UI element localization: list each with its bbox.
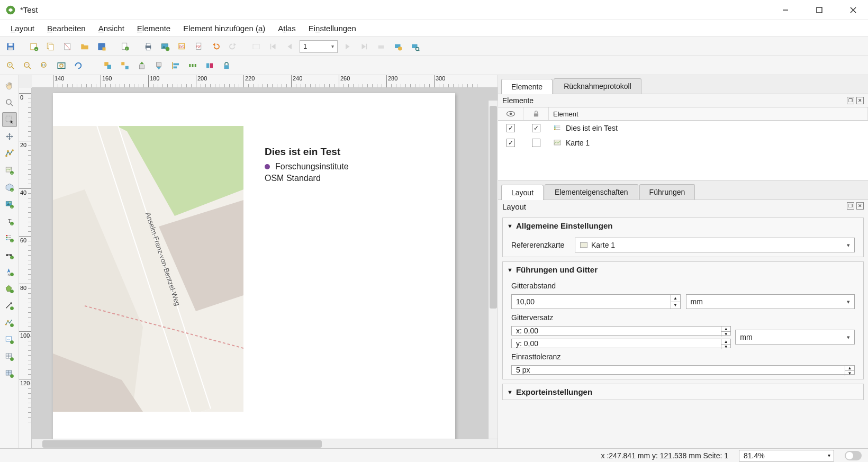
new-layout-icon[interactable]: + [26, 39, 41, 54]
layout-page[interactable]: Anselm-Franz-von-Bentzel-Weg Dies ist ei… [53, 93, 455, 448]
group-icon[interactable] [101, 58, 115, 73]
spin-up-icon[interactable]: ▲ [671, 295, 680, 302]
add-node-item-tool-icon[interactable] [2, 315, 17, 330]
canvas-viewport[interactable]: Anselm-Franz-von-Bentzel-Weg Dies ist ei… [32, 88, 498, 448]
grid-offset-x-input[interactable]: x: 0,00▲▼ [511, 326, 731, 336]
minimize-button[interactable] [776, 3, 795, 17]
zoom-100-icon[interactable]: 1:1 [37, 58, 52, 73]
menu-bearbeiten[interactable]: Bearbeiten [41, 22, 92, 35]
pan-tool-icon[interactable] [2, 78, 17, 93]
zoom-full-icon[interactable] [54, 58, 69, 73]
scrollbar-horizontal[interactable] [32, 439, 498, 448]
refresh-icon[interactable] [71, 58, 86, 73]
spin-up-icon[interactable]: ▲ [845, 366, 854, 371]
menu-add-element[interactable]: Element hinzufügen (a) [177, 22, 272, 35]
menu-layout[interactable]: Layout [4, 22, 41, 35]
item-visible-checkbox[interactable]: ✓ [507, 124, 515, 132]
maximize-button[interactable] [810, 3, 829, 17]
spin-up-icon[interactable]: ▲ [721, 327, 730, 332]
ref-map-combo[interactable]: Karte 1 [575, 238, 855, 252]
zoom-tool-icon[interactable] [2, 95, 17, 110]
ungroup-icon[interactable] [117, 58, 132, 73]
map-item[interactable]: Anselm-Franz-von-Bentzel-Weg [53, 126, 243, 412]
grid-offset-unit-combo[interactable]: mm [735, 330, 855, 345]
tab-ruecknahmeprotokoll[interactable]: Rücknahmeprotokoll [554, 78, 641, 94]
add-map-tool-icon[interactable]: + [2, 163, 17, 178]
resize-icon[interactable] [202, 58, 217, 73]
toolbar-2: + − 1:1 [0, 56, 868, 75]
duplicate-layout-icon[interactable] [43, 39, 58, 54]
tab-layout-props[interactable]: Layout [501, 185, 544, 200]
add-fixed-table-tool-icon[interactable] [2, 366, 17, 381]
menu-elemente[interactable]: Elemente [131, 22, 177, 35]
export-image-icon[interactable] [158, 39, 173, 54]
add-picture-tool-icon[interactable]: + [2, 197, 17, 212]
menu-atlas[interactable]: Atlas [272, 22, 302, 35]
lower-icon[interactable] [151, 58, 166, 73]
panel-float-icon[interactable]: ❐ [847, 97, 854, 104]
distribute-icon[interactable] [185, 58, 200, 73]
add-page-icon[interactable]: + [117, 39, 132, 54]
spin-down-icon[interactable]: ▼ [671, 302, 680, 309]
item-locked-checkbox[interactable]: ✓ [532, 124, 540, 132]
grid-spacing-unit-combo[interactable]: mm [686, 294, 855, 309]
panel-float-icon[interactable]: ❐ [847, 202, 854, 210]
panel-close-icon[interactable]: ✕ [856, 202, 864, 210]
item-locked-checkbox[interactable] [532, 139, 540, 147]
save-template-icon[interactable] [94, 39, 109, 54]
status-toggle[interactable] [845, 451, 862, 460]
svg-marker-31 [234, 43, 237, 46]
atlas-page-combo[interactable]: 1 [300, 40, 338, 53]
tab-item-props[interactable]: Elementeigenschaften [545, 184, 638, 200]
add-legend-tool-icon[interactable]: + [2, 231, 17, 246]
open-folder-icon[interactable] [77, 39, 92, 54]
svg-rect-69 [195, 64, 196, 67]
zoom-combo[interactable]: 81.4% [739, 450, 834, 461]
zoom-in-icon[interactable]: + [3, 58, 18, 73]
item-row[interactable]: ✓ Karte 1 [498, 135, 868, 150]
close-button[interactable] [844, 3, 863, 17]
delete-layout-icon[interactable] [60, 39, 75, 54]
move-content-tool-icon[interactable] [2, 129, 17, 144]
section-header-general[interactable]: Allgemeine Einstellungen [503, 218, 863, 233]
section-header-guides[interactable]: Führungen und Gitter [503, 262, 863, 277]
add-scalebar-tool-icon[interactable]: + [2, 248, 17, 262]
panel-close-icon[interactable]: ✕ [856, 97, 864, 104]
snap-tolerance-input[interactable]: 5 px▲▼ [511, 365, 855, 375]
scrollbar-vertical[interactable] [488, 101, 498, 439]
tab-guides[interactable]: Führungen [639, 184, 695, 200]
add-shape-tool-icon[interactable] [2, 282, 17, 296]
lock-icon[interactable] [219, 58, 234, 73]
grid-spacing-input[interactable]: 10,00▲▼ [511, 294, 681, 309]
raise-icon[interactable] [134, 58, 149, 73]
tab-elemente[interactable]: Elemente [501, 79, 553, 94]
zoom-out-icon[interactable]: − [20, 58, 35, 73]
section-header-export[interactable]: Exporteinstellungen [503, 384, 863, 400]
menu-ansicht[interactable]: Ansicht [92, 22, 131, 35]
spin-down-icon[interactable]: ▼ [721, 332, 730, 337]
add-north-arrow-tool-icon[interactable]: N [2, 265, 17, 279]
atlas-settings-icon[interactable] [408, 39, 422, 54]
spin-up-icon[interactable]: ▲ [721, 339, 730, 345]
export-pdf-icon[interactable]: PDF [192, 39, 206, 54]
menu-settings[interactable]: Einstellungen [302, 22, 363, 35]
edit-nodes-tool-icon[interactable] [2, 146, 17, 161]
add-table-tool-icon[interactable] [2, 349, 17, 364]
add-3d-map-tool-icon[interactable]: + [2, 180, 17, 195]
legend-item[interactable]: Dies ist ein Test Forschungsinstitute OS… [265, 146, 349, 185]
add-html-tool-icon[interactable]: </> [2, 332, 17, 347]
add-arrow-tool-icon[interactable] [2, 298, 17, 313]
spin-down-icon[interactable]: ▼ [721, 345, 730, 349]
export-svg-icon[interactable]: SVG [175, 39, 189, 54]
item-row[interactable]: ✓ ✓ Dies ist ein Test [498, 121, 868, 135]
select-tool-icon[interactable] [2, 112, 17, 127]
save-icon[interactable] [3, 39, 18, 54]
undo-icon[interactable] [209, 39, 223, 54]
atlas-export-icon[interactable] [391, 39, 405, 54]
spin-down-icon[interactable]: ▼ [845, 371, 854, 376]
item-visible-checkbox[interactable]: ✓ [507, 139, 515, 147]
align-left-icon[interactable] [168, 58, 183, 73]
grid-offset-y-input[interactable]: y: 0,00▲▼ [511, 339, 731, 348]
print-icon[interactable] [141, 39, 156, 54]
add-label-tool-icon[interactable]: T+ [2, 214, 17, 229]
